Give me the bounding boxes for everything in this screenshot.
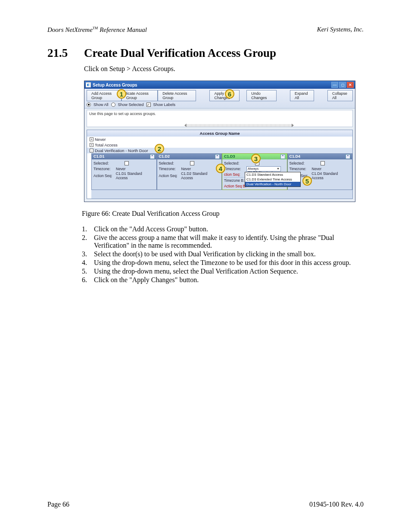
show-selected-radio[interactable] <box>111 103 115 107</box>
header-left: Doors NetXtremeTM Reference Manual <box>47 26 147 34</box>
callout-4: 4 <box>216 164 225 173</box>
screenshot-window: ◧ Setup Access Groups — ◻ ✕ Add Access G… <box>84 81 355 202</box>
figure-caption: Figure 66: Create Dual Verification Acce… <box>82 210 364 218</box>
section-number: 21.5 <box>47 47 71 60</box>
minimize-button[interactable]: — <box>331 82 338 88</box>
page-number: Page 66 <box>47 501 69 508</box>
section-title: Create Dual Verification Access Group <box>84 47 276 60</box>
door-title: C1.D4 <box>290 154 301 159</box>
window-title: Setup Access Groups <box>93 83 330 87</box>
list-item-never[interactable]: + Never <box>87 137 352 142</box>
callout-6: 6 <box>225 89 234 99</box>
undo-changes-button[interactable]: Undo Changes <box>246 90 276 101</box>
step-text: Give the access group a name that will m… <box>94 234 364 249</box>
duplicate-access-group-button[interactable]: licate Access Group <box>121 90 158 101</box>
splitter-handle[interactable] <box>186 124 292 127</box>
intro-text: Click on Setup > Access Groups. <box>84 65 364 73</box>
collapse-panel-icon[interactable]: ⌃ <box>150 154 155 159</box>
show-labels-checkbox[interactable] <box>146 103 151 107</box>
selected-checkbox[interactable] <box>321 161 325 165</box>
door-panel-c1d1: C1.D1 ⌃ Selected: Timezone:Never Action … <box>91 153 157 190</box>
info-strip: Use this page to set up access groups. <box>87 110 353 127</box>
selected-checkbox[interactable] <box>190 161 194 165</box>
doc-revision: 01945-100 Rev. 4.0 <box>309 501 364 508</box>
step-text: Select the door(s) to be used with Dual … <box>94 250 364 258</box>
apply-changes-button[interactable]: Apply Changes <box>209 90 240 101</box>
section-heading: 21.5 Create Dual Verification Access Gro… <box>47 47 364 60</box>
callout-5: 5 <box>302 176 312 186</box>
show-all-radio[interactable] <box>87 103 91 107</box>
selected-checkbox[interactable] <box>125 161 129 165</box>
show-all-label: Show All <box>93 103 109 107</box>
window-titlebar: ◧ Setup Access Groups — ◻ ✕ <box>84 81 355 89</box>
step-text: Click on the "Apply Changes" button. <box>94 276 364 284</box>
step-text: Click on the "Add Access Group" button. <box>94 225 364 233</box>
collapse-all-button[interactable]: Collapse All <box>327 90 353 101</box>
door-title: C1.D1 <box>93 154 105 159</box>
collapse-panel-icon[interactable]: ⌃ <box>346 154 350 159</box>
add-access-group-button[interactable]: Add Access Group <box>87 90 121 101</box>
show-labels-label: Show Labels <box>153 103 176 107</box>
show-selected-label: Show Selected <box>118 103 144 107</box>
callout-2: 2 <box>155 144 164 153</box>
dropdown-option[interactable]: C1.D3 Standard Access <box>245 172 300 177</box>
maximize-button[interactable]: ◻ <box>339 82 346 88</box>
steps-list: 1.Click on the "Add Access Group" button… <box>82 225 364 284</box>
callout-3: 3 <box>251 154 261 163</box>
delete-access-group-button[interactable]: Delete Access Group <box>158 90 196 101</box>
step-text: Using the drop-down menu, select the Tim… <box>94 259 364 267</box>
door-title: C1.D3 <box>224 154 235 159</box>
close-button[interactable]: ✕ <box>347 82 354 88</box>
step-text: Using the drop-down menu, select the Dua… <box>94 268 364 275</box>
list-item-total[interactable]: + Total Access <box>87 142 352 148</box>
expand-icon[interactable]: + <box>90 137 93 141</box>
collapse-icon[interactable]: - <box>90 149 93 152</box>
expand-icon[interactable]: + <box>90 143 93 147</box>
list-header: Access Group Name <box>87 130 352 137</box>
dropdown-option[interactable]: C1.D3 Extended Time Access <box>245 177 300 182</box>
info-text: Use this page to set up access groups. <box>89 112 156 116</box>
expand-all-button[interactable]: Expand All <box>290 90 314 101</box>
app-icon: ◧ <box>86 82 91 87</box>
collapse-panel-icon[interactable]: ⌃ <box>280 154 285 159</box>
list-item-dual[interactable]: - Dual Verification - North Door <box>87 148 352 153</box>
door-panel-c1d2: C1.D2 ⌃ Selected: Timezone:Never Action … <box>157 153 222 190</box>
chevron-down-icon: ▼ <box>277 167 280 170</box>
collapse-panel-icon[interactable]: ⌃ <box>215 154 220 159</box>
action-seq-dropdown-list[interactable]: C1.D3 Standard Access C1.D3 Extended Tim… <box>245 172 301 187</box>
header-right: Keri Systems, Inc. <box>317 26 364 34</box>
callout-1: 1 <box>117 89 126 99</box>
door-title: C1.D2 <box>159 154 170 159</box>
dropdown-option[interactable]: Dual Verification - North Door <box>245 182 300 187</box>
